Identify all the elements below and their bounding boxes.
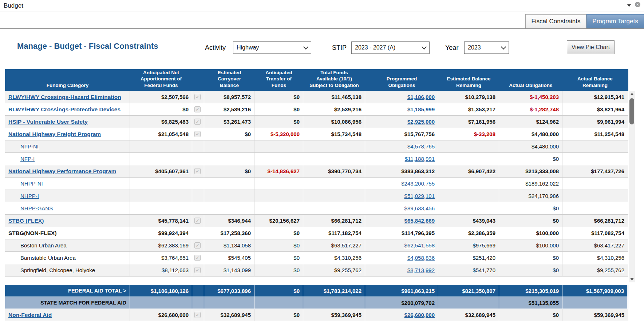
amount-link[interactable]: $89,633,456 [404, 205, 435, 211]
scrollbar-thumb[interactable] [629, 98, 634, 124]
column-header-line: Balance [204, 82, 254, 89]
table-cell: ✓ [192, 128, 204, 140]
tab-strip: Fiscal Constraints Program Targets [0, 12, 644, 29]
table-cell: $200,079,702 [365, 297, 438, 309]
view-pie-chart-button[interactable]: View Pie Chart [567, 40, 615, 54]
amount-value: $59,369,945 [594, 312, 624, 318]
table-cell [130, 153, 192, 165]
table-cell: $24,170,986 [499, 190, 562, 202]
amount-value: $11,465,138 [331, 94, 361, 100]
amount-value: $405,607,361 [155, 168, 189, 174]
amount-value: $8,112,663 [162, 267, 189, 273]
amount-link[interactable]: $4,058,836 [407, 255, 435, 261]
funding-category-link[interactable]: Non-Federal Aid [8, 312, 52, 318]
amount-link[interactable]: $65,842,669 [404, 218, 435, 224]
amount-value: $390,770,734 [328, 168, 361, 174]
vertical-scrollbar[interactable] [629, 91, 635, 282]
table-cell: $541,770 [438, 264, 499, 276]
table-cell: $0 [499, 215, 562, 227]
amount-link[interactable]: $243,200,755 [401, 180, 435, 187]
table-cell: $677,033,896 [204, 285, 254, 297]
column-header-line: Remaining [438, 82, 499, 89]
funding-category-link[interactable]: NHPP-NI [20, 180, 43, 187]
chevron-down-icon[interactable] [627, 4, 631, 7]
scroll-down-button[interactable] [629, 276, 635, 282]
table-cell: $11,188,991 [365, 153, 438, 165]
amount-value: $59,369,945 [331, 312, 361, 318]
funding-category-link[interactable]: STBG (FLEX) [8, 218, 44, 224]
check-icon: ✓ [195, 313, 199, 317]
tab-fiscal-constraints[interactable]: Fiscal Constraints [525, 14, 586, 28]
amount-value: $215,305,019 [525, 288, 559, 294]
funding-category-link[interactable]: NFP-NI [20, 143, 39, 150]
amount-value: $99,924,394 [158, 230, 189, 236]
stip-select[interactable]: 2023 - 2027 (A) [351, 41, 430, 54]
amount-value: $3,764,851 [161, 255, 189, 261]
amount-value: $541,770 [473, 267, 495, 273]
amount-link[interactable]: $2,925,000 [407, 119, 435, 125]
tab-program-targets[interactable]: Program Targets [586, 14, 644, 28]
table-cell: $8,713,992 [365, 264, 438, 276]
table-cell: $114,796,395 [365, 227, 438, 239]
table-cell [254, 297, 303, 309]
amount-value: $251,420 [473, 255, 495, 261]
funding-category-link[interactable]: RLWY/HWY Crossings-Hazard Elimination [8, 94, 121, 100]
table-cell: $3,261,473 [204, 116, 254, 128]
year-select-value: 2023 [468, 44, 481, 51]
funding-category-link[interactable]: NHPP-GANS [20, 205, 53, 211]
amount-link[interactable]: $1,186,000 [407, 94, 435, 100]
activity-label: Activity [205, 44, 226, 52]
table-row: Non-Federal Aid$26,680,000✓$32,689,945$0… [5, 309, 628, 321]
table-cell [438, 153, 499, 165]
table-cell [562, 140, 628, 152]
column-header-line: Estimated Balance [438, 76, 499, 82]
funding-category-cell: Springfield, Chicopee, Holyoke [5, 264, 130, 276]
amount-link[interactable]: $51,029,101 [404, 193, 435, 199]
amount-value: $15,767,756 [404, 131, 435, 137]
funding-category-link[interactable]: NHPP-I [20, 193, 39, 199]
table-cell: $100,000 [499, 239, 562, 251]
amount-link[interactable]: $26,680,000 [404, 312, 435, 318]
funding-category-link[interactable]: RLWY/HWY Crossings-Protective Devices [8, 106, 120, 113]
funding-category-cell: Boston Urban Area [5, 239, 130, 251]
activity-select[interactable]: Highway [233, 41, 311, 54]
funding-category-link[interactable]: HSIP - Vulnerable User Safety [8, 119, 88, 125]
amount-value: $975,669 [473, 242, 495, 249]
funding-category-link[interactable]: NFP-I [20, 156, 35, 162]
column-header-line: Estimated [204, 69, 254, 76]
amount-value: $439,043 [473, 218, 495, 224]
table-cell [192, 153, 204, 165]
funding-category-link[interactable]: National Highway Freight Program [8, 131, 101, 138]
amount-link[interactable]: $1,185,999 [407, 106, 435, 112]
amount-value: $1,783,214,022 [324, 288, 361, 294]
amount-value: $213,333,008 [525, 168, 559, 174]
table-cell [192, 227, 204, 239]
amount-value: $2,539,216 [224, 106, 251, 112]
table-cell [192, 202, 204, 214]
amount-value: $1,106,180,126 [151, 288, 189, 294]
amount-link[interactable]: $4,578,765 [407, 143, 435, 150]
amount-value: $0 [293, 230, 300, 236]
year-select[interactable]: 2023 [464, 41, 509, 54]
table-cell: $177,437,726 [562, 165, 628, 177]
amount-value: $3,821,964 [597, 106, 624, 112]
table-cell: $390,770,734 [303, 165, 365, 177]
amount-value: $3,261,473 [224, 119, 251, 125]
check-icon: ✓ [195, 132, 199, 136]
chevron-down-icon [501, 44, 506, 49]
table-cell: $439,043 [438, 215, 499, 227]
amount-link[interactable]: $62,541,558 [404, 242, 435, 249]
total-row: STATE MATCH FOR FEDERAL AID$200,079,702$… [5, 297, 628, 309]
table-row: NHPP-NI$243,200,755$189,162,022 [5, 178, 628, 190]
scroll-up-button[interactable] [629, 91, 635, 97]
amount-link[interactable]: $11,188,991 [405, 156, 435, 162]
funding-category-label: STBG(NON-FLEX) [8, 230, 57, 236]
table-cell: $821,350,807 [438, 285, 499, 297]
close-icon[interactable]: ✕ [635, 2, 640, 7]
amount-value: $32,689,945 [221, 312, 251, 318]
amount-value: $0 [182, 106, 189, 112]
table-cell: $4,480,000 [499, 140, 562, 152]
table-cell: $0 [254, 227, 303, 239]
funding-category-link[interactable]: National Highway Performance Program [8, 168, 116, 175]
amount-link[interactable]: $8,713,992 [407, 267, 435, 273]
